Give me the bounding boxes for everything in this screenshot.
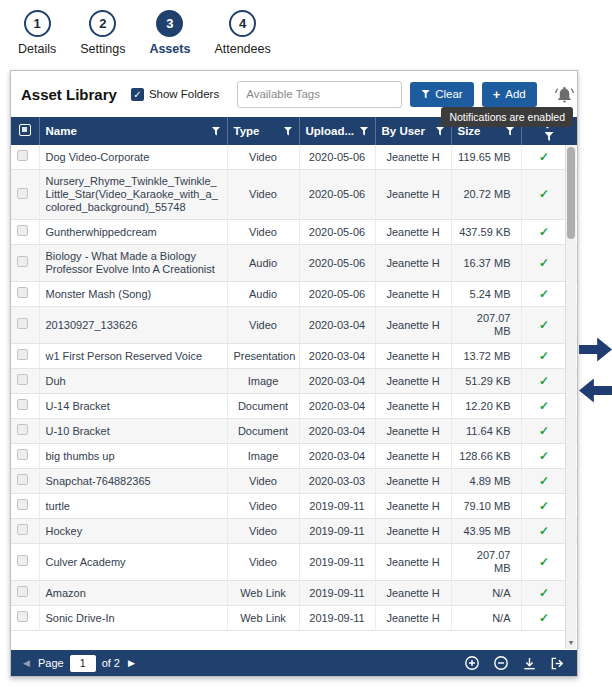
- row-checkbox[interactable]: [17, 474, 28, 485]
- row-checkbox[interactable]: [17, 318, 28, 329]
- filter-icon[interactable]: [284, 127, 293, 136]
- row-checkbox[interactable]: [17, 611, 28, 622]
- asset-name: turtle: [39, 494, 227, 519]
- column-header-type[interactable]: Type: [227, 117, 299, 145]
- asset-type: Audio: [227, 282, 299, 307]
- select-all-checkbox[interactable]: [11, 117, 39, 145]
- asset-upload-date: 2020-05-06: [299, 170, 375, 220]
- asset-user: Jeanette H: [375, 544, 451, 581]
- row-checkbox[interactable]: [17, 225, 28, 236]
- asset-type: Web Link: [227, 606, 299, 631]
- row-checkbox-cell: [11, 444, 39, 469]
- page-number-input[interactable]: [70, 655, 96, 672]
- stepper-step[interactable]: 1 Details: [18, 10, 56, 56]
- bell-icon[interactable]: [555, 85, 574, 104]
- asset-upload-date: 2020-03-04: [299, 369, 375, 394]
- table-row[interactable]: Hockey Video 2019-09-11 Jeanette H 43.95…: [11, 519, 577, 544]
- add-button[interactable]: + Add: [482, 82, 537, 107]
- asset-upload-date: 2020-03-04: [299, 344, 375, 369]
- zoom-in-icon[interactable]: [464, 655, 480, 671]
- table-row[interactable]: Sonic Drive-In Web Link 2019-09-11 Jeane…: [11, 606, 577, 631]
- asset-size: N/A: [451, 606, 521, 631]
- row-checkbox[interactable]: [17, 374, 28, 385]
- column-header-by-user[interactable]: By User: [375, 117, 451, 145]
- table-row[interactable]: U-14 Bracket Document 2020-03-04 Jeanett…: [11, 394, 577, 419]
- table-row[interactable]: turtle Video 2019-09-11 Jeanette H 79.10…: [11, 494, 577, 519]
- table-row[interactable]: Biology - What Made a Biology Professor …: [11, 245, 577, 282]
- row-checkbox[interactable]: [17, 524, 28, 535]
- step-number[interactable]: 4: [229, 10, 256, 37]
- page-next-icon[interactable]: ▶: [128, 658, 135, 668]
- stepper-step[interactable]: 2 Settings: [80, 10, 125, 56]
- row-checkbox[interactable]: [17, 349, 28, 360]
- notifications-tooltip: Notifications are enabled: [441, 107, 573, 127]
- filter-icon[interactable]: [436, 127, 445, 136]
- table-row[interactable]: Snapchat-764882365 Video 2020-03-03 Jean…: [11, 469, 577, 494]
- filter-icon[interactable]: [212, 127, 221, 136]
- row-checkbox[interactable]: [17, 399, 28, 410]
- row-checkbox[interactable]: [17, 586, 28, 597]
- export-icon[interactable]: [550, 656, 565, 671]
- asset-type: Video: [227, 307, 299, 344]
- approved-check-icon: ✓: [539, 555, 549, 569]
- table-row[interactable]: Dog Video-Corporate Video 2020-05-06 Jea…: [11, 145, 577, 170]
- step-number[interactable]: 2: [89, 10, 116, 37]
- table-row[interactable]: 20130927_133626 Video 2020-03-04 Jeanett…: [11, 307, 577, 344]
- checkbox-check-icon: ✓: [131, 88, 144, 101]
- page-of-label: of 2: [102, 657, 120, 669]
- arrow-right-icon[interactable]: [579, 337, 612, 362]
- asset-size: 5.24 MB: [451, 282, 521, 307]
- page-prev-icon[interactable]: ◀: [23, 658, 30, 668]
- stepper-step[interactable]: 3 Assets: [149, 10, 190, 56]
- table-scrollbar[interactable]: ▼: [565, 145, 576, 649]
- download-icon[interactable]: [522, 656, 537, 671]
- asset-user: Jeanette H: [375, 282, 451, 307]
- scroll-down-icon[interactable]: ▼: [566, 636, 576, 649]
- available-tags-input[interactable]: [237, 81, 402, 108]
- filter-icon[interactable]: [545, 132, 554, 141]
- zoom-out-icon[interactable]: [493, 655, 509, 671]
- asset-user: Jeanette H: [375, 307, 451, 344]
- table-row[interactable]: Amazon Web Link 2019-09-11 Jeanette H N/…: [11, 581, 577, 606]
- column-header-name[interactable]: Name: [39, 117, 227, 145]
- asset-type: Image: [227, 444, 299, 469]
- filter-icon[interactable]: [360, 127, 369, 136]
- row-checkbox[interactable]: [17, 256, 28, 267]
- asset-name: Sonic Drive-In: [39, 606, 227, 631]
- step-number[interactable]: 1: [24, 10, 51, 37]
- table-row[interactable]: w1 First Person Reserved Voice Presentat…: [11, 344, 577, 369]
- approved-check-icon: ✓: [539, 318, 549, 332]
- step-label: Settings: [80, 42, 125, 56]
- asset-size: 43.95 MB: [451, 519, 521, 544]
- asset-name: big thumbs up: [39, 444, 227, 469]
- scrollbar-thumb[interactable]: [567, 147, 575, 239]
- asset-upload-date: 2020-05-06: [299, 282, 375, 307]
- stepper-step[interactable]: 4 Attendees: [214, 10, 270, 56]
- row-checkbox[interactable]: [17, 150, 28, 161]
- table-row[interactable]: Monster Mash (Song) Audio 2020-05-06 Jea…: [11, 282, 577, 307]
- clear-filter-icon: [421, 90, 430, 99]
- asset-user: Jeanette H: [375, 444, 451, 469]
- row-checkbox-cell: [11, 581, 39, 606]
- step-number[interactable]: 3: [156, 10, 183, 37]
- asset-name: Nursery_Rhyme_Twinkle_Twinkle_Little_Sta…: [39, 170, 227, 220]
- clear-button[interactable]: Clear: [410, 82, 473, 107]
- approved-check-icon: ✓: [539, 374, 549, 388]
- row-checkbox[interactable]: [17, 424, 28, 435]
- row-checkbox[interactable]: [17, 287, 28, 298]
- column-header-upload[interactable]: Upload...: [299, 117, 375, 145]
- arrow-left-icon[interactable]: [579, 378, 612, 403]
- table-row[interactable]: U-10 Bracket Document 2020-03-04 Jeanett…: [11, 419, 577, 444]
- asset-library-panel: Asset Library ✓ Show Folders Clear + Add: [10, 70, 578, 677]
- row-checkbox[interactable]: [17, 449, 28, 460]
- table-row[interactable]: Guntherwhippedcream Video 2020-05-06 Jea…: [11, 220, 577, 245]
- row-checkbox[interactable]: [17, 499, 28, 510]
- filter-icon[interactable]: [506, 127, 515, 136]
- row-checkbox[interactable]: [17, 555, 28, 566]
- row-checkbox[interactable]: [17, 188, 28, 199]
- show-folders-checkbox[interactable]: ✓ Show Folders: [131, 88, 219, 101]
- table-row[interactable]: Duh Image 2020-03-04 Jeanette H 51.29 KB…: [11, 369, 577, 394]
- table-row[interactable]: Nursery_Rhyme_Twinkle_Twinkle_Little_Sta…: [11, 170, 577, 220]
- table-row[interactable]: big thumbs up Image 2020-03-04 Jeanette …: [11, 444, 577, 469]
- table-row[interactable]: Culver Academy Video 2019-09-11 Jeanette…: [11, 544, 577, 581]
